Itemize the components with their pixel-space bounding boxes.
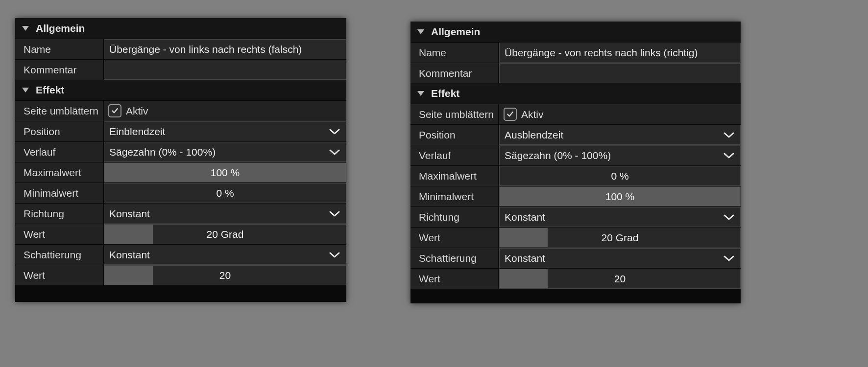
chevron-down-icon (723, 132, 734, 138)
chevron-down-icon (329, 149, 340, 156)
active-checkbox[interactable] (108, 104, 121, 117)
position-value: Einblendzeit (109, 126, 165, 138)
direction-value: Konstant (109, 208, 150, 220)
gradient-value: Sägezahn (0% - 100%) (109, 146, 216, 158)
name-input-text: Übergänge - von rechts nach links (richt… (500, 43, 740, 62)
min-slider[interactable]: 100 % (499, 186, 741, 206)
position-dropdown[interactable]: Einblendzeit (104, 121, 346, 141)
section-header-general[interactable]: Allgemein (410, 22, 741, 42)
label-value: Wert (15, 224, 104, 244)
properties-panel-right: Allgemein Name Übergänge - von rechts na… (410, 22, 741, 303)
properties-panel-left: Allgemein Name Übergänge - von links nac… (15, 18, 346, 302)
direction-value-text: 20 Grad (104, 225, 346, 244)
direction-dropdown[interactable]: Konstant (104, 204, 346, 224)
gradient-dropdown[interactable]: Sägezahn (0% - 100%) (104, 142, 346, 162)
min-slider[interactable]: 0 % (104, 183, 346, 203)
checkmark-icon (111, 107, 119, 115)
shading-value-text: 20 (500, 269, 740, 288)
shading-value-text: 20 (104, 266, 346, 285)
shading-dropdown[interactable]: Konstant (499, 248, 741, 268)
label-max: Maximalwert (15, 162, 104, 183)
label-direction: Richtung (15, 204, 104, 224)
active-label: Aktiv (126, 105, 148, 117)
chevron-down-icon (329, 210, 340, 217)
chevron-down-icon (723, 255, 734, 262)
min-value: 100 % (500, 187, 740, 206)
comment-input[interactable] (499, 63, 741, 83)
label-pageturn: Seite umblättern (15, 101, 104, 121)
name-input-text: Übergänge - von links nach rechts (falsc… (104, 40, 346, 59)
shading-value-slider[interactable]: 20 (104, 265, 346, 285)
disclosure-triangle-icon (417, 29, 424, 34)
section-header-general[interactable]: Allgemein (15, 18, 346, 39)
section-title: Allgemein (431, 26, 480, 38)
name-input[interactable]: Übergänge - von rechts nach links (richt… (499, 43, 741, 63)
chevron-down-icon (723, 214, 734, 221)
label-direction: Richtung (410, 207, 499, 227)
label-min: Minimalwert (15, 183, 104, 203)
direction-value: Konstant (505, 211, 545, 223)
label-gradient: Verlauf (410, 145, 499, 165)
label-gradient: Verlauf (15, 142, 104, 162)
max-slider[interactable]: 100 % (104, 162, 346, 183)
label-min: Minimalwert (410, 186, 499, 206)
label-position: Position (410, 125, 499, 145)
comment-input-text (104, 60, 346, 79)
label-value: Wert (410, 228, 499, 248)
max-value: 0 % (500, 166, 740, 185)
section-header-effect[interactable]: Effekt (15, 80, 346, 100)
max-value: 100 % (104, 163, 346, 182)
shading-value-slider[interactable]: 20 (499, 269, 741, 289)
label-comment: Kommentar (410, 63, 499, 83)
direction-value-slider[interactable]: 20 Grad (499, 228, 741, 248)
label-value: Wert (410, 269, 499, 289)
chevron-down-icon (329, 128, 340, 135)
gradient-value: Sägezahn (0% - 100%) (505, 150, 611, 161)
active-field: Aktiv (104, 101, 346, 121)
label-comment: Kommentar (15, 60, 104, 80)
label-shading: Schattierung (15, 245, 104, 265)
direction-dropdown[interactable]: Konstant (499, 207, 741, 227)
active-field: Aktiv (499, 104, 741, 124)
section-header-effect[interactable]: Effekt (410, 83, 741, 104)
max-slider[interactable]: 0 % (499, 166, 741, 186)
name-input[interactable]: Übergänge - von links nach rechts (falsc… (104, 39, 346, 59)
section-title: Effekt (431, 88, 459, 99)
direction-value-text: 20 Grad (500, 228, 740, 247)
label-position: Position (15, 121, 104, 141)
shading-value: Konstant (109, 249, 150, 261)
gradient-dropdown[interactable]: Sägezahn (0% - 100%) (499, 145, 741, 165)
section-title: Allgemein (36, 23, 85, 34)
chevron-down-icon (329, 252, 340, 258)
label-max: Maximalwert (410, 166, 499, 186)
active-checkbox[interactable] (504, 108, 517, 121)
direction-value-slider[interactable]: 20 Grad (104, 224, 346, 244)
disclosure-triangle-icon (22, 88, 29, 92)
shading-dropdown[interactable]: Konstant (104, 245, 346, 265)
section-title: Effekt (36, 84, 64, 96)
label-pageturn: Seite umblättern (410, 104, 499, 124)
position-dropdown[interactable]: Ausblendzeit (499, 125, 741, 145)
label-shading: Schattierung (410, 248, 499, 268)
label-value: Wert (15, 265, 104, 285)
label-name: Name (410, 43, 499, 63)
comment-input[interactable] (104, 60, 346, 80)
label-name: Name (15, 39, 104, 59)
chevron-down-icon (723, 152, 734, 159)
position-value: Ausblendzeit (505, 129, 563, 141)
disclosure-triangle-icon (22, 26, 29, 31)
shading-value: Konstant (505, 252, 545, 264)
active-label: Aktiv (521, 109, 544, 120)
checkmark-icon (506, 111, 514, 118)
comment-input-text (500, 64, 740, 83)
min-value: 0 % (104, 184, 346, 203)
disclosure-triangle-icon (417, 91, 424, 96)
